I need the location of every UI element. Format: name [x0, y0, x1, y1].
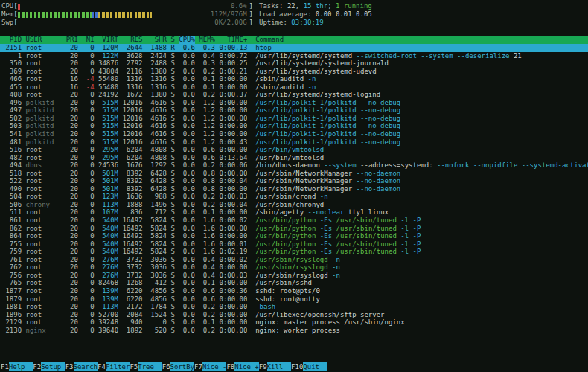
process-row[interactable]: 756root200276M37323036S0.00.40:00.03/usr…	[0, 272, 588, 280]
column-header-cpu-sort[interactable]: CPU%	[179, 36, 195, 44]
process-row[interactable]: 864root200540M164925824S0.01.60:00.00/us…	[0, 232, 588, 240]
column-header-shr[interactable]: SHR	[147, 36, 167, 44]
cell-priority: 16	[66, 75, 78, 83]
process-row-selected[interactable]: 2151root200120M26441488R0.60.30:00.13hto…	[0, 44, 588, 52]
process-row[interactable]: 518root200501M83926428S0.00.80:00.00/usr…	[0, 170, 588, 178]
cell-priority: 20	[66, 154, 78, 162]
cell-command: nginx: worker process	[255, 327, 588, 335]
cell-state: S	[170, 154, 174, 162]
process-row[interactable]: 1877root200139M62204856S0.00.60:00.36ssh…	[0, 287, 588, 295]
cell-mem-percent: 0.6	[199, 287, 215, 295]
process-row[interactable]: 496polkitd200515M120164616S0.01.20:00.00…	[0, 99, 588, 107]
cell-cpu-percent: 0.0	[179, 185, 195, 193]
column-header-time[interactable]: TIME+	[219, 36, 247, 44]
process-row[interactable]: 522root200501M83926428S0.00.80:00.04/usr…	[0, 177, 588, 185]
cell-pid: 506	[1, 201, 22, 209]
column-header-command[interactable]: Command	[255, 36, 588, 44]
column-header-pid[interactable]: PID	[1, 36, 22, 44]
process-row[interactable]: 762root200276M37323036S0.00.40:00.00/usr…	[0, 263, 588, 272]
process-row[interactable]: 541polkitd200515M120164616S0.01.20:00.00…	[0, 130, 588, 138]
process-row[interactable]: 466root16-45548013161316S0.00.10:00.00/s…	[0, 75, 588, 83]
cell-state: S	[170, 217, 174, 225]
cell-priority: 20	[66, 272, 78, 280]
cell-virt: 501M	[98, 185, 118, 193]
process-row[interactable]: 2130nginx200396401892520S0.00.20:00.00ng…	[0, 327, 588, 335]
column-header-pri[interactable]: PRI	[66, 36, 78, 44]
cell-time: 0:00.00	[219, 232, 247, 240]
process-row[interactable]: 350root2003487627922488S0.00.30:00.25/us…	[0, 60, 588, 68]
process-row[interactable]: 482root200295M62044808S0.00.60:13.64/usr…	[0, 154, 588, 162]
function-key-f2[interactable]: F2Setup	[33, 362, 65, 371]
cell-priority: 20	[66, 225, 78, 233]
cell-res: 12016	[122, 122, 142, 130]
cell-res: 2172	[122, 303, 142, 311]
process-row[interactable]: 511root200107M836712S0.00.10:00.00/sbin/…	[0, 208, 588, 217]
cell-nice: 0	[82, 106, 94, 115]
command-segment: /sbin/agetty	[255, 208, 307, 216]
function-key-f10[interactable]: F10Quit	[291, 362, 327, 371]
cell-shr: 4616	[147, 106, 167, 115]
process-row[interactable]: 862root200540M164925824S0.01.60:00.00/us…	[0, 225, 588, 233]
process-row[interactable]: 1879root200139M62204856S0.00.60:00.00ssh…	[0, 295, 588, 304]
function-key-f9[interactable]: F9Kill	[259, 362, 291, 371]
process-row[interactable]: 765root200824681268412S0.00.10:00.00/usr…	[0, 279, 588, 287]
cell-shr: 712	[147, 208, 167, 217]
cell-virt: 120M	[98, 44, 118, 52]
process-row[interactable]: 455root16-45548013161316S0.00.10:00.00/s…	[0, 83, 588, 92]
cell-mem-percent: 1.2	[199, 130, 215, 138]
cell-user: polkitd	[25, 138, 62, 147]
process-row[interactable]: 761root200276M37323036S0.00.40:00.02/usr…	[0, 256, 588, 264]
cell-shr: 4808	[147, 146, 167, 154]
function-key-f5[interactable]: F5Tree	[130, 362, 162, 371]
cell-state: S	[170, 146, 174, 154]
process-row[interactable]: 1881root200113M21721784S0.00.20:00.00-ba…	[0, 303, 588, 311]
process-row[interactable]: 1896root2005270020841524S0.00.20:00.00/u…	[0, 311, 588, 319]
column-header-user[interactable]: USER	[25, 36, 62, 44]
process-row[interactable]: 861root200540M164925824S0.01.60:00.02/us…	[0, 217, 588, 225]
process-row[interactable]: 408root2002419216721380S0.00.20:00.37/us…	[0, 91, 588, 99]
process-row[interactable]: 504root200123M1636988S0.00.20:00.03/usr/…	[0, 193, 588, 201]
process-row[interactable]: 759root200540M164925824S0.01.60:02.19/us…	[0, 248, 588, 256]
cell-state: S	[170, 303, 174, 311]
process-row[interactable]: 506chrony200113M18881496S0.00.20:00.04/u…	[0, 201, 588, 209]
process-row[interactable]: 481polkitd200515M120164616S0.01.20:00.43…	[0, 138, 588, 147]
process-row[interactable]: 755root200540M164925824S0.01.60:00.01/us…	[0, 240, 588, 248]
cell-cpu-percent: 0.0	[179, 68, 195, 76]
command-segment: /usr/bin/vmtoolsd	[255, 154, 324, 161]
cell-user: root	[25, 225, 62, 233]
function-key-f7[interactable]: F7Nice -	[194, 362, 226, 371]
cell-user: root	[25, 75, 62, 83]
function-key-f3[interactable]: F3Search	[65, 362, 98, 371]
process-row[interactable]: 1root200122M36282424S0.00.40:00.72/usr/l…	[0, 52, 588, 60]
header-summary: CPU[0.6%] Mem[112M/976M] Swp[0K/2.00G] T…	[0, 0, 588, 27]
process-row[interactable]: 2129root200392489400S0.00.10:00.00nginx:…	[0, 318, 588, 327]
process-row[interactable]: 490root200501M83926428S0.00.80:00.00/usr…	[0, 185, 588, 193]
cell-pid: 1877	[1, 287, 22, 295]
process-row[interactable]: 369root2004380421161380S0.00.20:00.21/us…	[0, 68, 588, 76]
function-key-f4[interactable]: F4Filter	[98, 362, 130, 371]
process-row[interactable]: 494dbus2002453616761292S0.00.20:00.06/bi…	[0, 161, 588, 170]
process-row[interactable]: 497polkitd200515M120164616S0.01.20:00.00…	[0, 106, 588, 115]
process-row[interactable]: 503polkitd200515M120164616S0.01.20:00.00…	[0, 122, 588, 130]
column-header-ni[interactable]: NI	[82, 36, 94, 44]
cell-command: sshd: root@pts/0	[255, 287, 588, 295]
cell-priority: 20	[66, 318, 78, 327]
column-header-state[interactable]: S	[170, 36, 174, 44]
column-header-mem[interactable]: MEM%	[199, 36, 215, 44]
cell-time: 0:00.00	[219, 311, 247, 319]
column-header-virt[interactable]: VIRT	[98, 36, 118, 44]
function-key-f1[interactable]: F1Help	[1, 362, 33, 371]
cell-state: S	[170, 272, 174, 280]
cell-state: S	[170, 208, 174, 217]
process-row[interactable]: 516root200295M62044808S0.00.60:00.00/usr…	[0, 146, 588, 154]
function-key-f8[interactable]: F8Nice +	[226, 362, 258, 371]
cell-user: root	[25, 177, 62, 185]
column-header-res[interactable]: RES	[122, 36, 142, 44]
function-key-f6[interactable]: F6SortBy	[162, 362, 194, 371]
cell-mem-percent: 0.2	[199, 68, 215, 76]
cell-res: 1676	[122, 161, 142, 170]
cell-state: S	[170, 279, 174, 287]
table-header: PID USER PRI NI VIRT RES SHR S CPU% MEM%…	[0, 36, 588, 44]
process-row[interactable]: 502polkitd200515M120164616S0.01.20:00.00…	[0, 115, 588, 123]
cell-priority: 20	[66, 91, 78, 99]
